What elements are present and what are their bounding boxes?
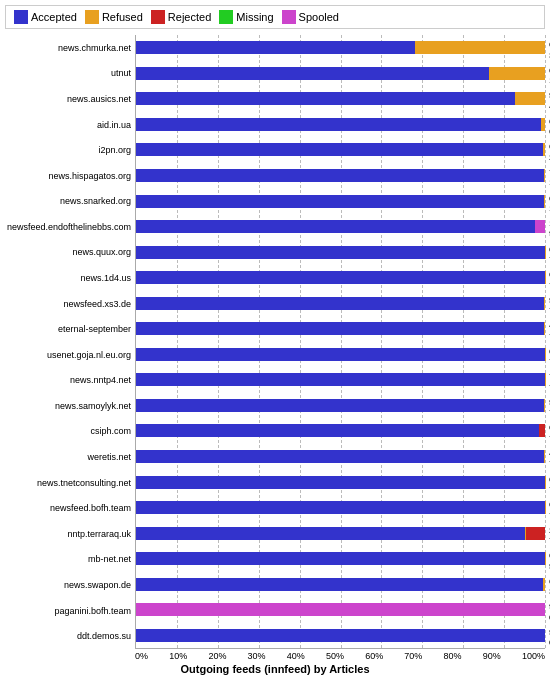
y-label: aid.in.ua	[5, 112, 131, 138]
bar-segment	[136, 322, 544, 335]
bar-row: 5532439	[136, 86, 545, 112]
bar-row: 91480	[136, 597, 545, 623]
bar-row: 500	[136, 623, 545, 649]
y-label: newsfeed.xs3.de	[5, 291, 131, 317]
bar-row: 41167	[136, 444, 545, 470]
rejected-icon	[151, 10, 165, 24]
legend-accepted: Accepted	[14, 10, 77, 24]
legend-missing: Missing	[219, 10, 273, 24]
x-label: 40%	[287, 651, 305, 661]
x-label: 0%	[135, 651, 148, 661]
y-labels: news.chmurka.netutnutnews.ausics.netaid.…	[5, 35, 135, 649]
y-label: news.snarked.org	[5, 188, 131, 214]
bar-row: 63715	[136, 546, 545, 572]
x-label: 20%	[208, 651, 226, 661]
legend-spooled-label: Spooled	[299, 11, 339, 23]
bar-segment	[515, 92, 545, 105]
y-label: news.1d4.us	[5, 265, 131, 291]
bar-segment	[136, 41, 415, 54]
bar-segment	[136, 271, 545, 284]
y-label: utnut	[5, 61, 131, 87]
bar-segment	[136, 629, 545, 642]
bar-segment	[415, 41, 545, 54]
bar-row: 621827	[136, 137, 545, 163]
bar-segment	[136, 603, 545, 616]
y-label: news.swapon.de	[5, 572, 131, 598]
y-label: news.hispagatos.org	[5, 163, 131, 189]
bar-row: 61597	[136, 342, 545, 368]
spooled-icon	[282, 10, 296, 24]
bar-segment	[543, 578, 545, 591]
bar-row: 61967	[136, 495, 545, 521]
bar-row: 54947	[136, 393, 545, 419]
y-label: nntp.terraraq.uk	[5, 521, 131, 547]
y-label: newsfeed.endofthelinebbs.com	[5, 214, 131, 240]
legend-accepted-label: Accepted	[31, 11, 77, 23]
bar-row: 124789	[136, 214, 545, 240]
bar-segment	[136, 552, 545, 565]
y-label: newsfeed.bofh.team	[5, 495, 131, 521]
bar-row: 54897	[136, 290, 545, 316]
bar-row: 650310	[136, 188, 545, 214]
x-axis-title: Outgoing feeds (innfeed) by Articles	[5, 661, 545, 675]
bar-row: 47197	[136, 316, 545, 342]
x-label: 10%	[169, 651, 187, 661]
bar-row: 65237	[136, 418, 545, 444]
bar-segment	[136, 220, 535, 233]
legend: Accepted Refused Rejected Missing Spoole…	[5, 5, 545, 29]
legend-spooled: Spooled	[282, 10, 339, 24]
bar-row: 64257	[136, 265, 545, 291]
bar-segment	[544, 169, 545, 182]
bar-segment	[544, 399, 545, 412]
y-label: mb-net.net	[5, 547, 131, 573]
y-label: i2pn.org	[5, 137, 131, 163]
y-label: news.chmurka.net	[5, 35, 131, 61]
bar-segment	[544, 450, 545, 463]
y-label: news.quux.org	[5, 240, 131, 266]
bar-row: 725811	[136, 163, 545, 189]
bar-segment	[136, 450, 544, 463]
bars-area: 6435300865441044553243965446562182772581…	[135, 35, 545, 649]
legend-rejected-label: Rejected	[168, 11, 211, 23]
y-label: weretis.net	[5, 444, 131, 470]
missing-icon	[219, 10, 233, 24]
y-label: ddt.demos.su	[5, 623, 131, 649]
refused-icon	[85, 10, 99, 24]
y-label: usenet.goja.nl.eu.org	[5, 342, 131, 368]
legend-missing-label: Missing	[236, 11, 273, 23]
y-label: csiph.com	[5, 419, 131, 445]
bar-segment	[543, 143, 545, 156]
bar-row: 6973	[136, 571, 545, 597]
bar-segment	[136, 399, 544, 412]
y-label: news.nntp4.net	[5, 368, 131, 394]
bar-row: 65447	[136, 469, 545, 495]
bar-segment	[136, 348, 545, 361]
bar-segment	[541, 118, 545, 131]
bar-row: 65441044	[136, 61, 545, 87]
bar-segment	[136, 118, 541, 131]
legend-rejected: Rejected	[151, 10, 211, 24]
bar-segment	[544, 322, 545, 335]
x-label: 80%	[444, 651, 462, 661]
bar-segment	[136, 527, 525, 540]
bar-segment	[526, 527, 545, 540]
bar-segment	[136, 195, 544, 208]
bar-segment	[136, 373, 545, 386]
bar-row: 72077	[136, 367, 545, 393]
x-axis-labels: 0%10%20%30%40%50%60%70%80%90%100%	[135, 649, 545, 661]
bar-segment	[489, 67, 545, 80]
bar-segment	[136, 169, 544, 182]
legend-refused-label: Refused	[102, 11, 143, 23]
x-label: 90%	[483, 651, 501, 661]
bar-segment	[544, 195, 545, 208]
bar-row: 654465	[136, 112, 545, 138]
x-label: 50%	[326, 651, 344, 661]
bar-segment	[136, 578, 543, 591]
y-label: paganini.bofh.team	[5, 598, 131, 624]
bar-segment	[544, 297, 545, 310]
x-label: 100%	[522, 651, 545, 661]
y-label: news.samoylyk.net	[5, 393, 131, 419]
bar-segment	[136, 92, 515, 105]
bar-segment	[539, 424, 545, 437]
accepted-icon	[14, 10, 28, 24]
